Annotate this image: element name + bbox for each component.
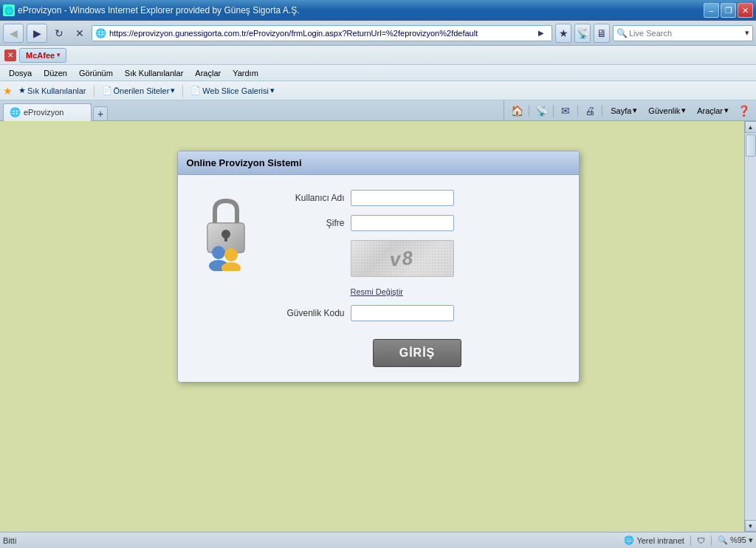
username-row: Kullanıcı Adı	[271, 190, 564, 206]
captcha-label: Güvenlik Kodu	[271, 308, 345, 318]
favorites-sik[interactable]: ★ Sık Kullanılanlar	[14, 84, 91, 97]
zone-label: Yerel intranet	[636, 536, 684, 545]
captcha-input[interactable]	[351, 305, 454, 321]
status-zoom[interactable]: 🔍 %95 ▾	[718, 535, 753, 545]
dialog-body: Kullanıcı Adı Şifre v8 Resmi	[178, 175, 579, 382]
security-bar-close[interactable]: ✕	[4, 49, 16, 61]
new-tab-button[interactable]: +	[93, 106, 108, 121]
tab-eprovizyon[interactable]: 🌐 eProvizyon	[3, 103, 92, 121]
security-menu-label: Güvenlik	[648, 106, 680, 115]
title-left: 🌐 eProvizyon - Windows Internet Explorer…	[3, 4, 300, 16]
tool-separator-4	[602, 105, 602, 117]
combined-bar: 🌐 eProvizyon + 🏠 📡 ✉ 🖨 Sayfa ▾ Güvenlik …	[0, 100, 756, 121]
sik-label: Sık Kullanılanlar	[27, 86, 86, 95]
go-button[interactable]: ▶	[538, 29, 549, 37]
tools-area: 🏠 📡 ✉ 🖨 Sayfa ▾ Güvenlik ▾ Araçlar ▾ ❓	[504, 100, 756, 121]
onerilen-label: Önerilen Siteler	[114, 86, 170, 95]
browser-icon: 🌐	[3, 4, 15, 16]
stop-button[interactable]: ✕	[71, 24, 89, 42]
login-dialog: Online Provizyon Sistemi	[177, 151, 580, 383]
print-preview-button[interactable]: 🖥	[594, 24, 610, 43]
help-icon[interactable]: ❓	[735, 103, 752, 119]
scrollbar-right: ▲ ▼	[744, 121, 756, 532]
title-bar: 🌐 eProvizyon - Windows Internet Explorer…	[0, 0, 756, 21]
captcha-refresh-link[interactable]: Resmi Değiştir	[351, 287, 404, 296]
webslice-label: Web Slice Galerisi	[202, 86, 269, 95]
mail-icon[interactable]: ✉	[557, 103, 574, 119]
scroll-up-button[interactable]: ▲	[745, 121, 757, 133]
tool-separator-1	[529, 105, 529, 117]
search-input[interactable]	[629, 29, 743, 38]
rss-icon[interactable]: 📡	[533, 103, 549, 119]
print-icon[interactable]: 🖨	[582, 103, 598, 119]
menu-gorunum[interactable]: Görünüm	[73, 67, 119, 79]
webslice-dropdown-icon: ▾	[270, 86, 275, 95]
mcafee-button[interactable]: McAfee ▾	[19, 48, 66, 63]
tabs-area: 🌐 eProvizyon +	[0, 100, 504, 121]
captcha-image: v8	[351, 240, 454, 277]
security-icon: 🛡	[697, 536, 705, 545]
dialog-form: Kullanıcı Adı Şifre v8 Resmi	[271, 190, 564, 367]
status-sep-1	[690, 535, 691, 546]
favorites-webslice[interactable]: 📄 Web Slice Galerisi ▾	[186, 84, 279, 97]
security-menu-arrow: ▾	[681, 106, 686, 115]
back-button[interactable]: ◀	[3, 24, 24, 43]
browser-window: 🌐 eProvizyon - Windows Internet Explorer…	[0, 0, 756, 548]
search-button[interactable]: ▾	[745, 28, 749, 38]
sik-star-icon: ★	[18, 86, 26, 95]
favorites-star-icon[interactable]: ★	[3, 85, 13, 97]
login-button[interactable]: GİRİŞ	[373, 339, 461, 367]
status-zone: 🌐 Yerel intranet	[624, 535, 684, 545]
svg-point-4	[212, 246, 225, 259]
forward-button[interactable]: ▶	[27, 24, 47, 43]
page-menu-label: Sayfa	[611, 106, 631, 115]
address-input-wrap: 🌐 ▶	[92, 25, 552, 41]
dialog-title: Online Provizyon Sistemi	[178, 151, 579, 175]
onerilen-dropdown-icon: ▾	[171, 86, 175, 95]
captcha-input-row: Güvenlik Kodu	[271, 305, 564, 321]
menu-yardim[interactable]: Yardım	[227, 67, 264, 79]
status-security: 🛡	[697, 536, 705, 545]
captcha-image-row: v8	[351, 240, 564, 277]
page-menu[interactable]: Sayfa ▾	[606, 104, 642, 117]
mcafee-dropdown-icon: ▾	[57, 52, 60, 58]
window-title: eProvizyon - Windows Internet Explorer p…	[18, 5, 300, 16]
tools-menu[interactable]: Araçlar ▾	[693, 104, 733, 117]
security-bar: ✕ McAfee ▾	[0, 46, 756, 65]
username-label: Kullanıcı Adı	[271, 193, 345, 203]
tools-menu-label: Araçlar	[697, 106, 723, 115]
menu-dosya[interactable]: Dosya	[3, 67, 38, 79]
tool-separator-2	[553, 105, 554, 117]
menu-araclar[interactable]: Araçlar	[189, 67, 227, 79]
tab-label: eProvizyon	[24, 108, 63, 117]
onerilen-icon: 📄	[102, 86, 112, 95]
svg-rect-3	[224, 234, 227, 242]
minimize-button[interactable]: –	[704, 3, 719, 18]
search-icon: 🔍	[616, 28, 628, 38]
favorites-onerilen[interactable]: 📄 Önerilen Siteler ▾	[97, 84, 180, 97]
zoom-icon: 🔍	[718, 535, 728, 544]
favorites-bar: ★ ★ Sık Kullanılanlar 📄 Önerilen Siteler…	[0, 81, 756, 100]
page-content: Online Provizyon Sistemi	[0, 121, 756, 548]
close-button[interactable]: ✕	[738, 3, 753, 18]
menu-sik[interactable]: Sık Kullanılanlar	[119, 67, 190, 79]
dialog-icon	[193, 190, 259, 271]
scroll-down-button[interactable]: ▼	[745, 520, 757, 532]
address-bar: ◀ ▶ ↻ ✕ 🌐 ▶ ★ 📡 🖥 🔍 ▾	[0, 21, 756, 46]
tool-separator-3	[577, 105, 578, 117]
favorites-button[interactable]: ★	[555, 24, 571, 43]
password-input[interactable]	[351, 215, 454, 231]
scroll-thumb[interactable]	[746, 134, 756, 157]
fav-separator-2	[182, 85, 183, 97]
menu-bar: Dosya Düzen Görünüm Sık Kullanılanlar Ar…	[0, 65, 756, 81]
password-row: Şifre	[271, 215, 564, 231]
restore-button[interactable]: ❐	[721, 3, 736, 18]
refresh-button[interactable]: ↻	[50, 24, 68, 42]
home-icon[interactable]: 🏠	[509, 103, 525, 119]
security-menu[interactable]: Güvenlik ▾	[644, 104, 690, 117]
rss-button[interactable]: 📡	[574, 24, 591, 43]
menu-duzen[interactable]: Düzen	[38, 67, 73, 79]
username-input[interactable]	[351, 190, 454, 206]
status-right: 🌐 Yerel intranet 🛡 🔍 %95 ▾	[624, 535, 753, 546]
address-input[interactable]	[109, 29, 535, 38]
